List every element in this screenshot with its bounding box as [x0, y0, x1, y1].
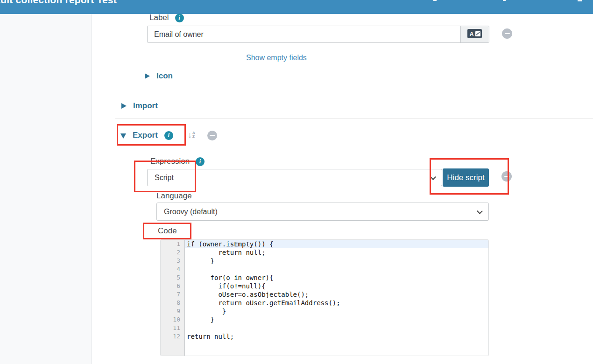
- section-title-icon: Icon: [156, 71, 173, 81]
- remove-export-button[interactable]: [207, 131, 217, 140]
- triangle-down-icon: [120, 133, 126, 139]
- remove-minus-icon: [505, 33, 510, 35]
- language-select[interactable]: Groovy (default): [156, 203, 489, 221]
- language-select-value: Groovy (default): [157, 208, 218, 216]
- sort-az-icon: AZ: [192, 131, 195, 139]
- hide-script-button[interactable]: Hide script: [443, 168, 489, 187]
- code-line[interactable]: 1 if (owner.isEmpty()) {: [161, 240, 488, 248]
- line-number: 4: [161, 265, 185, 273]
- section-title-export: Export: [133, 131, 158, 140]
- info-icon[interactable]: i: [175, 14, 184, 22]
- line-number: 5: [161, 273, 185, 282]
- remove-minus-icon: [210, 135, 215, 136]
- toolbar-icon-partial: [503, 0, 506, 1]
- translate-button[interactable]: A: [460, 26, 489, 42]
- section-title-import: Import: [133, 101, 158, 111]
- sort-arrow-icon: ↓: [188, 131, 192, 139]
- expression-select-value: Script: [148, 174, 174, 182]
- top-title-bar: Edit collection report Test: [0, 0, 593, 14]
- line-number: 3: [161, 257, 185, 265]
- page-title: Edit collection report Test: [0, 0, 117, 6]
- line-number: 11: [161, 324, 185, 332]
- section-header-export[interactable]: Export i: [120, 131, 173, 140]
- line-number: 7: [161, 290, 185, 299]
- label-field-caption-text: Label: [149, 13, 169, 22]
- code-line[interactable]: 10 }: [161, 315, 488, 324]
- line-number: 9: [161, 307, 185, 315]
- line-number: 6: [161, 282, 185, 290]
- sort-alphabetical-button[interactable]: ↓ AZ: [188, 131, 195, 139]
- section-header-icon[interactable]: Icon: [145, 71, 173, 81]
- show-empty-fields-link[interactable]: Show empty fields: [246, 54, 307, 62]
- code-line[interactable]: 7 oUser=o.asObjectable();: [161, 290, 488, 299]
- svg-text:A: A: [470, 31, 474, 37]
- line-number: 12: [161, 332, 185, 341]
- triangle-right-icon: [121, 103, 127, 109]
- code-line[interactable]: 8 return oUser.getEmailAddress();: [161, 299, 488, 307]
- divider: [115, 118, 593, 119]
- toolbar-icon-partial: [578, 0, 582, 1]
- code-caption-text: Code: [158, 226, 177, 236]
- language-caption: Language: [156, 191, 192, 201]
- divider: [115, 95, 593, 95]
- code-caption: Code: [158, 226, 177, 236]
- code-line[interactable]: 6 if(o!=null){: [161, 282, 488, 290]
- label-input[interactable]: [148, 26, 460, 42]
- app-window: Edit collection report Test Label i A: [0, 0, 593, 364]
- line-number: 8: [161, 299, 185, 307]
- remove-label-button[interactable]: [502, 28, 512, 39]
- info-icon[interactable]: i: [196, 157, 205, 166]
- translate-icon: A: [467, 28, 483, 41]
- remove-minus-icon: [504, 176, 509, 177]
- info-icon[interactable]: i: [164, 131, 173, 140]
- expression-caption: Expression i: [150, 157, 205, 166]
- remove-expression-button[interactable]: [501, 171, 512, 182]
- code-editor-filler[interactable]: [161, 341, 488, 356]
- expression-caption-text: Expression: [150, 157, 190, 166]
- code-line[interactable]: 3 }: [161, 257, 488, 265]
- label-field-caption: Label i: [149, 13, 184, 22]
- chevron-down-icon: [430, 174, 436, 180]
- language-caption-text: Language: [156, 191, 192, 201]
- label-input-group: A: [147, 26, 489, 43]
- section-header-import[interactable]: Import: [121, 101, 158, 111]
- code-line[interactable]: 9 }: [161, 307, 488, 315]
- toolbar-icon-partial: [433, 0, 437, 1]
- code-line[interactable]: 2 return null;: [161, 248, 488, 257]
- left-sidebar: [0, 14, 92, 364]
- code-line[interactable]: 4: [161, 265, 488, 273]
- triangle-right-icon: [145, 73, 150, 79]
- code-editor[interactable]: 1 if (owner.isEmpty()) { 2 return null; …: [160, 239, 489, 356]
- line-number: 10: [161, 315, 185, 324]
- code-line[interactable]: 11: [161, 324, 488, 332]
- chevron-down-icon: [477, 208, 483, 214]
- code-line[interactable]: 5 for(o in owner){: [161, 273, 488, 282]
- code-line[interactable]: 12 return null;: [161, 332, 488, 341]
- line-number: 2: [161, 248, 185, 257]
- expression-select[interactable]: Script: [147, 169, 442, 186]
- line-number: 1: [161, 240, 185, 248]
